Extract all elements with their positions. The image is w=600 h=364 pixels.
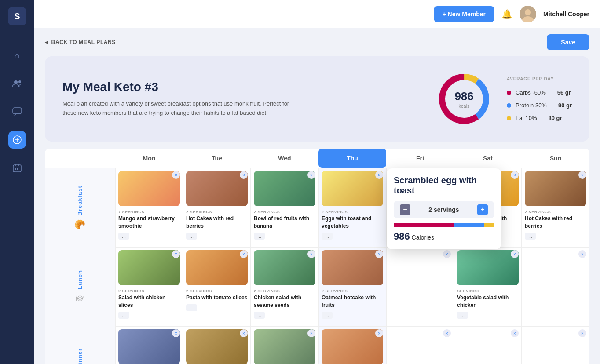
- dinner-row-label: Dinner 🍖: [45, 326, 115, 364]
- breakfast-thu-servings: 2 SERVINGS: [322, 210, 383, 214]
- lunch-sat-more[interactable]: ...: [457, 312, 468, 319]
- remove-dinner-tue[interactable]: ×: [240, 329, 248, 337]
- breakfast-thu-more[interactable]: ...: [322, 233, 333, 240]
- remove-lunch-wed[interactable]: ×: [307, 250, 315, 258]
- servings-control: − 2 servings +: [394, 201, 494, 218]
- remove-lunch-sat[interactable]: ×: [511, 250, 519, 258]
- home-icon[interactable]: ⌂: [8, 47, 26, 64]
- carbs-dot: [507, 91, 511, 95]
- day-thu[interactable]: Thu: [318, 149, 386, 168]
- dinner-mon: ×: [115, 326, 183, 364]
- decrease-servings-button[interactable]: −: [400, 204, 410, 215]
- breadcrumb[interactable]: ◂ BACK TO MEAL PLANS: [45, 39, 116, 45]
- popup-calories: 986 Calories: [394, 231, 494, 242]
- remove-breakfast-sat[interactable]: ×: [511, 171, 519, 179]
- remove-dinner-sun[interactable]: ×: [578, 329, 586, 337]
- breakfast-wed-servings: 2 SERVINGS: [254, 210, 315, 214]
- remove-breakfast-tue[interactable]: ×: [240, 171, 248, 179]
- meal-icon[interactable]: [8, 131, 26, 149]
- hero-banner: My Meal Keto #3 Meal plan created with a…: [45, 56, 589, 142]
- lunch-wed-more[interactable]: ...: [254, 312, 265, 319]
- increase-servings-button[interactable]: +: [477, 204, 488, 215]
- protein-bar: [454, 223, 484, 227]
- breakfast-row-label: Breakfast 🥐: [45, 168, 115, 247]
- dinner-label-text: Dinner: [77, 348, 83, 364]
- lunch-thu-image: [322, 250, 383, 285]
- breakfast-tue-servings: 2 SERVINGS: [186, 210, 248, 214]
- new-member-button[interactable]: + New Member: [434, 6, 494, 22]
- lunch-thu-more[interactable]: ...: [322, 312, 333, 319]
- breakfast-thu-image: [322, 171, 383, 206]
- dinner-tue-image: [186, 329, 248, 364]
- remove-dinner-sat[interactable]: ×: [511, 329, 519, 337]
- remove-dinner-thu[interactable]: ×: [375, 329, 383, 337]
- remove-lunch-thu[interactable]: ×: [375, 250, 383, 258]
- remove-dinner-fri[interactable]: ×: [443, 329, 451, 337]
- breakfast-wed-more[interactable]: ...: [254, 233, 265, 240]
- lunch-thu-servings: 2 SERVINGS: [322, 289, 383, 293]
- carbs-legend-item: Carbs -60% 56 gr: [507, 89, 572, 96]
- lunch-wed-image: [254, 250, 315, 285]
- breakfast-mon-more[interactable]: ...: [118, 233, 129, 240]
- remove-lunch-sun[interactable]: ×: [578, 250, 586, 258]
- carbs-label: Carbs -60%: [516, 89, 546, 96]
- breakfast-icon: 🥐: [74, 219, 85, 229]
- dinner-fri: ×: [386, 326, 454, 364]
- dinner-mon-image: [118, 329, 180, 364]
- donut-chart: 986 kcals: [435, 70, 493, 127]
- app-logo[interactable]: S: [8, 7, 26, 25]
- meal-detail-popup: Scrambled egg with toast − 2 servings +: [387, 168, 501, 249]
- breakfast-sun-name: Hot Cakes with red berries: [525, 215, 586, 230]
- remove-dinner-wed[interactable]: ×: [307, 329, 315, 337]
- breakfast-wed: × 2 SERVINGS Bowl of red fruits with ban…: [251, 168, 318, 247]
- hero-text: My Meal Keto #3 Meal plan created with a…: [62, 80, 418, 118]
- lunch-sat: × SERVINGS Vegetable salad with chicken …: [454, 247, 522, 326]
- breakfast-thu-name: Eggs with toast and vegetables: [322, 215, 383, 230]
- row-label-spacer: [45, 149, 115, 168]
- protein-legend-item: Protein 30% 90 gr: [507, 102, 572, 109]
- breakfast-mon-servings: 7 ServINGS: [118, 210, 180, 214]
- day-sat[interactable]: Sat: [454, 149, 522, 168]
- lunch-mon-more[interactable]: ...: [118, 312, 129, 319]
- lunch-mon-name: Salad with chicken slices: [118, 294, 180, 309]
- day-mon[interactable]: Mon: [115, 149, 183, 168]
- calendar-icon[interactable]: [8, 159, 26, 177]
- lunch-row: Lunch 🍽 × 2 SERVINGS Salad with chicken …: [45, 247, 589, 326]
- day-fri[interactable]: Fri: [386, 149, 454, 168]
- breakfast-wed-image: [254, 171, 315, 206]
- remove-breakfast-thu[interactable]: ×: [375, 171, 383, 179]
- calories-bar: [394, 223, 494, 227]
- fat-dot: [507, 116, 511, 120]
- chat-icon[interactable]: [8, 103, 26, 120]
- remove-breakfast-mon[interactable]: ×: [172, 171, 180, 179]
- breakfast-tue-more[interactable]: ...: [186, 233, 197, 240]
- remove-dinner-mon[interactable]: ×: [172, 329, 180, 337]
- day-sun[interactable]: Sun: [522, 149, 589, 168]
- fat-value: 80 gr: [549, 115, 562, 121]
- remove-lunch-mon[interactable]: ×: [172, 250, 180, 258]
- remove-breakfast-sun[interactable]: ×: [578, 171, 586, 179]
- svg-rect-5: [15, 168, 16, 170]
- remove-breakfast-wed[interactable]: ×: [307, 171, 315, 179]
- breakfast-sun-more[interactable]: ...: [525, 233, 536, 240]
- day-wed[interactable]: Wed: [251, 149, 318, 168]
- remove-lunch-fri[interactable]: ×: [443, 250, 451, 258]
- lunch-sat-name: Vegetable salad with chicken: [457, 294, 519, 309]
- lunch-tue-more[interactable]: ...: [186, 304, 197, 311]
- fat-bar: [484, 223, 494, 227]
- users-icon[interactable]: [8, 75, 26, 92]
- remove-lunch-tue[interactable]: ×: [240, 250, 248, 258]
- day-tue[interactable]: Tue: [183, 149, 251, 168]
- svg-point-8: [525, 9, 531, 15]
- popup-calories-suffix: Calories: [410, 234, 434, 241]
- breakfast-sun-servings: 2 SERVINGS: [525, 210, 586, 214]
- notification-bell-icon[interactable]: 🔔: [501, 9, 512, 19]
- save-button[interactable]: Save: [547, 34, 589, 50]
- breakfast-fri: × 2 SERVINGS Small bowl of fruits with c…: [386, 168, 454, 247]
- protein-label: Protein 30%: [516, 102, 547, 109]
- protein-dot: [507, 103, 511, 108]
- lunch-tue-name: Pasta with tomato slices: [186, 294, 248, 302]
- lunch-mon: × 2 SERVINGS Salad with chicken slices .…: [115, 247, 183, 326]
- dinner-sat: ×: [454, 326, 522, 364]
- lunch-label-text: Lunch: [77, 270, 83, 289]
